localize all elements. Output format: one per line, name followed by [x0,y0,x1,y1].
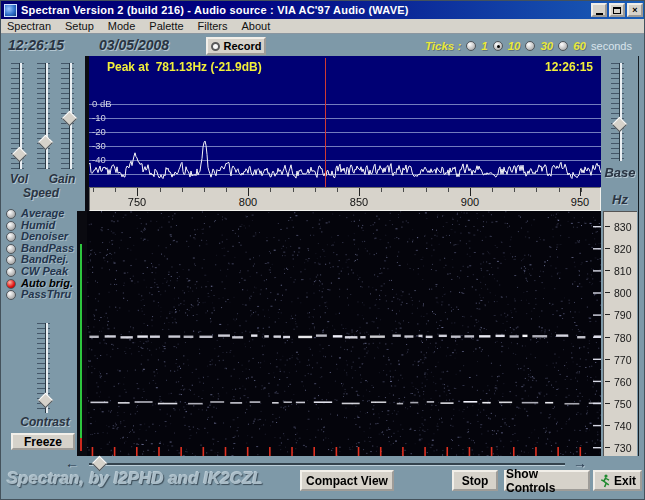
credit-text: Spectran, by I2PHD and IK2CZL [7,469,263,489]
freeze-button[interactable]: Freeze [11,433,75,450]
exit-button[interactable]: Exit [593,470,642,491]
toggle-passthru[interactable]: PassThru [6,289,71,300]
window-title: Spectran Version 2 (build 216) - Audio s… [21,4,409,16]
ticks-radio-30[interactable] [525,41,535,51]
ticks-radio-1[interactable] [466,41,476,51]
toggle-denoiser[interactable]: Denoiser [6,231,68,242]
record-circle-icon [211,42,220,51]
peak-readout: Peak at 781.13Hz (-21.9dB) [107,60,262,74]
menu-mode[interactable]: Mode [108,20,136,32]
maximize-icon [613,7,621,14]
vol-slider[interactable] [9,63,31,169]
db-label-0: 0 dB [92,98,112,109]
level-meter [77,211,87,456]
toggle-cw-peak[interactable]: CW Peak [6,266,68,277]
ticks-radio-60[interactable] [558,41,568,51]
db-label-20: -20 [92,126,106,137]
vol-label: Vol [3,172,35,186]
gain-label: Gain [43,172,81,186]
menu-setup[interactable]: Setup [65,20,94,32]
menu-about[interactable]: About [242,20,271,32]
contrast-slider[interactable] [35,323,57,413]
close-icon: × [632,5,637,15]
tune-scrollbar[interactable] [89,463,565,465]
title-bar[interactable]: Spectran Version 2 (build 216) - Audio s… [1,1,645,19]
seconds-label: seconds [591,40,632,52]
bandrej-led-icon [6,255,16,265]
frequency-scale-horizontal: 750 800 850 900 950 [89,187,601,211]
gain-slider[interactable] [59,63,81,169]
window-inner-border [638,56,639,456]
average-led-icon [6,209,16,219]
ticks-label: Ticks : [425,40,461,52]
base-slider[interactable] [609,63,631,161]
minimize-button[interactable] [591,3,607,17]
waterfall-canvas[interactable] [87,211,601,456]
humid-led-icon [6,221,16,231]
db-label-30: -30 [92,140,106,151]
ticks-radio-10[interactable] [493,41,503,51]
db-label-10: -10 [92,112,106,123]
show-controls-button[interactable]: Show Controls [504,470,590,491]
passthru-led-icon [6,290,16,300]
speed-label: Speed [11,186,71,200]
toggle-bandrej[interactable]: BandRej. [6,254,69,265]
frequency-scale-vertical: 830 820 810 800 790 780 770 760 750 740 … [603,211,637,456]
maximize-button[interactable] [609,3,625,17]
level-meter-green-bar [80,244,82,438]
menu-filters[interactable]: Filters [198,20,228,32]
app-icon [4,4,17,17]
ticks-selector: Ticks : 1 10 30 60 seconds [425,38,632,53]
auto-brig-led-icon [6,279,16,289]
denoiser-led-icon [6,232,16,242]
menu-palette[interactable]: Palette [149,20,183,32]
clock-display: 12:26:15 [8,37,64,53]
level-meter-red-bar [80,438,82,451]
toggle-average[interactable]: Average [6,208,64,219]
exit-runner-icon [599,474,611,488]
frequency-cursor[interactable] [325,58,326,187]
compact-view-button[interactable]: Compact View [300,470,394,491]
base-label: Base [599,165,641,180]
menu-bar: Spectran Setup Mode Palette Filters Abou… [1,19,645,34]
cw-peak-led-icon [6,267,16,277]
bandpass-led-icon [6,244,16,254]
contrast-label: Contrast [9,415,81,429]
speed-slider[interactable] [35,63,57,169]
spectrum-clock: 12:26:15 [545,60,593,74]
app-window: Spectran Version 2 (build 216) - Audio s… [0,0,645,500]
stop-button[interactable]: Stop [452,470,498,491]
spectrum-display[interactable]: 0 dB -10 -20 -30 -40 Peak at 781.13Hz (-… [89,56,601,187]
menu-spectran[interactable]: Spectran [7,20,51,32]
hz-unit-label: Hz [603,188,637,210]
date-display: 03/05/2008 [99,37,169,53]
close-button[interactable]: × [627,3,643,17]
db-label-40: -40 [92,154,106,165]
record-button[interactable]: Record [206,37,266,55]
spectrum-canvas[interactable] [89,56,601,187]
waterfall-display[interactable] [87,211,601,456]
minimize-icon [596,13,603,15]
